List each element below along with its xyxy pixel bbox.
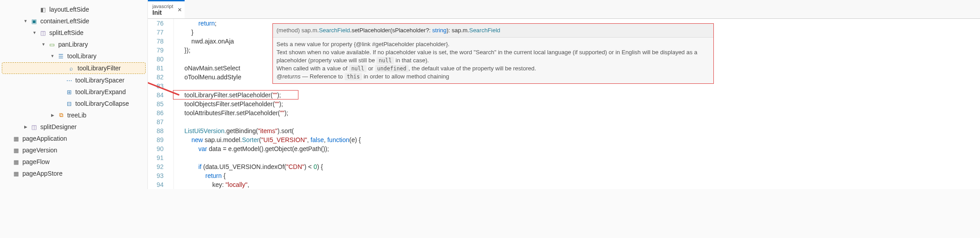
tree-item-toolLibraryExpand[interactable]: ⊞toolLibraryExpand bbox=[0, 86, 147, 98]
code-line-90[interactable]: var data = e.getModel().getObject(e.getP… bbox=[177, 144, 980, 153]
tree-label: toolLibrary bbox=[67, 52, 96, 60]
tree-label: treeLib bbox=[67, 112, 86, 119]
line-number: 81 bbox=[148, 64, 164, 73]
tree-item-pageAppStore[interactable]: ▦pageAppStore bbox=[0, 168, 147, 179]
tree-label: pageFlow bbox=[22, 158, 50, 165]
chevron-icon[interactable]: ▼ bbox=[40, 41, 47, 48]
line-number: 90 bbox=[148, 144, 164, 153]
tree-label: containerLeftSide bbox=[40, 17, 89, 25]
filter-icon: ⌕ bbox=[68, 65, 75, 72]
tree-panel: ◧layoutLeftSide▼▣containerLeftSide▼◫spli… bbox=[0, 0, 148, 189]
line-number: 88 bbox=[148, 126, 164, 135]
split-icon: ◫ bbox=[39, 29, 47, 36]
page-icon: ▦ bbox=[13, 158, 20, 165]
tree-label: toolLibraryFilter bbox=[78, 65, 121, 72]
tree-item-containerLeftSide[interactable]: ▼▣containerLeftSide bbox=[0, 15, 147, 27]
expand-icon: ⊞ bbox=[65, 88, 73, 95]
chevron-icon bbox=[57, 89, 64, 95]
line-number: 94 bbox=[148, 180, 164, 189]
chevron-icon bbox=[4, 170, 11, 177]
tree-item-layoutLeftSide[interactable]: ◧layoutLeftSide bbox=[0, 4, 147, 15]
line-number: 91 bbox=[148, 153, 164, 162]
code-area[interactable]: 76777879808182838485868788899091929394 (… bbox=[148, 19, 980, 189]
line-number: 84 bbox=[148, 91, 164, 100]
line-number: 86 bbox=[148, 108, 164, 117]
editor-tab-init[interactable]: javascript Init ✕ bbox=[148, 0, 185, 18]
line-number: 93 bbox=[148, 171, 164, 180]
chevron-icon bbox=[4, 159, 11, 165]
code-line-91[interactable] bbox=[177, 153, 980, 162]
tooltip-body: Sets a new value for property {@link #ge… bbox=[273, 38, 713, 83]
line-number: 89 bbox=[148, 135, 164, 144]
tree-label: toolLibraryCollapse bbox=[75, 100, 129, 107]
line-number: 92 bbox=[148, 162, 164, 171]
tree-item-panLibrary[interactable]: ▼▭panLibrary bbox=[0, 39, 147, 50]
chevron-icon[interactable]: ▶ bbox=[22, 124, 29, 130]
code-line-89[interactable]: new sap.ui.model.Sorter("UI5_VERSION", f… bbox=[177, 135, 980, 144]
panel-icon: ▭ bbox=[48, 41, 56, 48]
line-number: 76 bbox=[148, 19, 164, 28]
chevron-icon bbox=[60, 65, 66, 71]
tree-label: pageAppStore bbox=[22, 170, 63, 177]
line-gutter: 76777879808182838485868788899091929394 bbox=[148, 19, 174, 189]
tree-label: splitLeftSide bbox=[49, 29, 83, 36]
page-icon: ▦ bbox=[13, 135, 20, 142]
layout-icon: ◧ bbox=[39, 6, 47, 13]
tree-item-pageFlow[interactable]: ▦pageFlow bbox=[0, 156, 147, 168]
page-icon: ▦ bbox=[13, 170, 20, 177]
split-icon: ◫ bbox=[30, 123, 38, 130]
tree-item-toolLibraryCollapse[interactable]: ⊟toolLibraryCollapse bbox=[0, 98, 147, 109]
chevron-icon[interactable]: ▼ bbox=[31, 30, 38, 36]
line-number: 78 bbox=[148, 37, 164, 46]
tree-item-toolLibrarySpacer[interactable]: ⋯toolLibrarySpacer bbox=[0, 74, 147, 86]
tree-label: toolLibrarySpacer bbox=[75, 77, 125, 84]
tree-label: pageVersion bbox=[22, 147, 57, 154]
container-icon: ▣ bbox=[30, 17, 38, 25]
chevron-icon[interactable]: ▼ bbox=[22, 18, 29, 24]
close-icon[interactable]: ✕ bbox=[177, 7, 182, 13]
code-line-94[interactable]: key: "locally", bbox=[177, 180, 980, 189]
tool-icon: ☰ bbox=[57, 52, 65, 60]
editor-tab-name: Init bbox=[152, 9, 180, 16]
chevron-icon bbox=[57, 100, 64, 107]
chevron-icon bbox=[4, 147, 11, 153]
code-line-87[interactable] bbox=[177, 117, 980, 126]
line-number: 85 bbox=[148, 100, 164, 108]
code-line-85[interactable]: toolObjectsFilter.setPlaceholder(""); bbox=[177, 100, 980, 108]
tree-item-splitLeftSide[interactable]: ▼◫splitLeftSide bbox=[0, 27, 147, 39]
editor-panel: javascript Init ✕ 7677787980818283848586… bbox=[148, 0, 980, 189]
tree-label: layoutLeftSide bbox=[49, 6, 89, 13]
tree-label: panLibrary bbox=[58, 41, 88, 48]
spacer-icon: ⋯ bbox=[65, 77, 73, 84]
chevron-icon bbox=[57, 77, 64, 83]
tree-item-pageApplication[interactable]: ▦pageApplication bbox=[0, 133, 147, 144]
editor-tab-language: javascript bbox=[152, 4, 180, 9]
chevron-icon bbox=[31, 6, 38, 13]
line-number: 83 bbox=[148, 82, 164, 91]
line-number: 77 bbox=[148, 28, 164, 37]
tree-label: toolLibraryExpand bbox=[75, 88, 126, 95]
code-line-92[interactable]: if (data.UI5_VERSION.indexOf("CDN") < 0)… bbox=[177, 162, 980, 171]
tree-item-toolLibraryFilter[interactable]: ⌕toolLibraryFilter bbox=[2, 62, 146, 74]
tree-item-splitDesigner[interactable]: ▶◫splitDesigner bbox=[0, 121, 147, 133]
line-number: 87 bbox=[148, 117, 164, 126]
line-number: 79 bbox=[148, 46, 164, 55]
collapse-icon: ⊟ bbox=[65, 100, 73, 107]
code-line-86[interactable]: toolAttributesFilter.setPlaceholder(""); bbox=[177, 108, 980, 117]
code-line-93[interactable]: return { bbox=[177, 171, 980, 180]
page-icon: ▦ bbox=[13, 147, 20, 154]
code-line-84[interactable]: toolLibraryFilter.setPlaceholder(""); bbox=[177, 91, 980, 100]
tree-item-toolLibrary[interactable]: ▼☰toolLibrary bbox=[0, 50, 147, 62]
chevron-icon[interactable]: ▼ bbox=[49, 53, 56, 59]
code-content[interactable]: (method) sap.m.SearchField.setPlaceholde… bbox=[174, 19, 980, 189]
tree-item-treeLib[interactable]: ▶⧉treeLib bbox=[0, 109, 147, 121]
tree-label: splitDesigner bbox=[40, 123, 77, 130]
tree-label: pageApplication bbox=[22, 135, 67, 142]
intellisense-tooltip: (method) sap.m.SearchField.setPlaceholde… bbox=[272, 23, 714, 84]
line-number: 80 bbox=[148, 55, 164, 64]
chevron-icon[interactable]: ▶ bbox=[49, 112, 56, 118]
code-line-88[interactable]: ListUi5Version.getBinding("items").sort( bbox=[177, 126, 980, 135]
tree-icon: ⧉ bbox=[57, 112, 65, 119]
line-number: 82 bbox=[148, 73, 164, 82]
tree-item-pageVersion[interactable]: ▦pageVersion bbox=[0, 144, 147, 156]
